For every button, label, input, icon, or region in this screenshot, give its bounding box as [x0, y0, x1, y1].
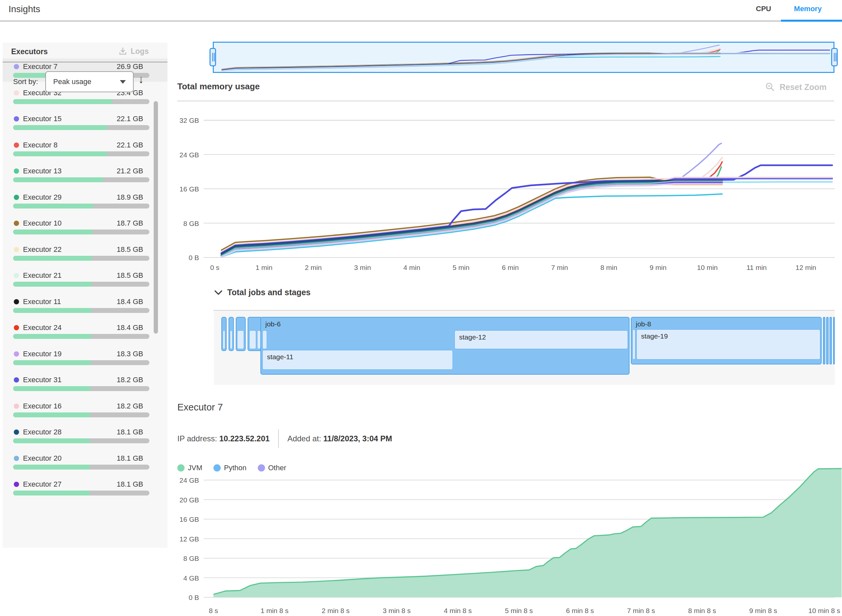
executor-peak-value: 18.4 GB: [117, 323, 143, 332]
executor-usage-bar: [13, 282, 150, 287]
brush-handle-left[interactable]: [210, 48, 216, 66]
gantt-block[interactable]: [249, 330, 256, 349]
executor-color-dot: [14, 325, 19, 330]
memory-section-divider: [177, 100, 834, 101]
executor-usage-fill: [13, 282, 92, 287]
executor-info-row: IP address: 10.223.52.201 Added at: 11/8…: [177, 430, 392, 448]
executor-row[interactable]: Executor 1118.4 GB: [3, 293, 167, 317]
jobs-section-toggle[interactable]: Total jobs and stages: [214, 287, 311, 297]
executor-name: Executor 28: [23, 428, 62, 436]
memory-series-executor-20b: [222, 181, 722, 257]
memory-series-executor-10: [222, 177, 722, 250]
logs-label: Logs: [131, 47, 149, 56]
gantt-block[interactable]: [237, 330, 244, 349]
executors-title: Executors: [11, 47, 48, 56]
executor-color-dot: [14, 377, 19, 383]
brush-mini-chart[interactable]: [214, 43, 833, 72]
svg-text:3 min: 3 min: [354, 264, 371, 271]
zoom-out-icon: [765, 82, 775, 92]
svg-text:10 min: 10 min: [697, 264, 717, 271]
svg-text:8 GB: 8 GB: [183, 554, 199, 562]
tab-memory[interactable]: Memory: [785, 4, 831, 13]
executor-color-dot: [14, 64, 19, 69]
executor-color-dot: [14, 299, 19, 304]
executor-row[interactable]: Executor 1618.2 GB: [3, 398, 167, 421]
total-memory-chart[interactable]: 32 GB24 GB16 GB8 GB0 B0 s1 min2 min3 min…: [0, 105, 842, 276]
svg-text:0 s: 0 s: [210, 264, 219, 271]
svg-text:20 GB: 20 GB: [179, 496, 199, 504]
gantt-block-stage-11[interactable]: stage-11: [263, 350, 453, 370]
executor-peak-value: 18.3 GB: [117, 350, 143, 358]
gantt-block[interactable]: [823, 317, 825, 364]
executor-usage-bar: [13, 99, 150, 104]
executor-row[interactable]: Executor 1918.3 GB: [3, 346, 167, 369]
download-icon: [118, 47, 128, 56]
svg-text:16 GB: 16 GB: [179, 516, 199, 523]
executor-usage-bar: [13, 308, 150, 313]
svg-text:8 s: 8 s: [209, 607, 218, 615]
svg-text:3 min 8 s: 3 min 8 s: [383, 607, 411, 615]
svg-text:4 GB: 4 GB: [183, 574, 199, 582]
sort-by-label: Sort by:: [13, 78, 38, 86]
sort-direction-button[interactable]: ↓: [138, 73, 144, 86]
executor-usage-fill: [13, 308, 92, 313]
svg-text:9 min 8 s: 9 min 8 s: [749, 607, 777, 615]
memory-chart-title: Total memory usage: [177, 81, 260, 92]
page-title: Insights: [9, 4, 40, 15]
executor-name: Executor 16: [23, 402, 62, 411]
reset-zoom-label: Reset Zoom: [780, 82, 827, 92]
ip-label: IP address:: [177, 434, 217, 443]
added-label: Added at:: [288, 434, 321, 443]
jobs-section-title: Total jobs and stages: [227, 287, 311, 297]
svg-text:5 min: 5 min: [453, 264, 469, 271]
executor-name: Executor 11: [23, 298, 61, 306]
executor-name: Executor 24: [23, 323, 62, 332]
tab-cpu[interactable]: CPU: [751, 4, 776, 13]
logs-button[interactable]: Logs: [118, 47, 149, 56]
executor-row[interactable]: Executor 2818.1 GB: [3, 424, 167, 447]
gantt-block[interactable]: [826, 317, 829, 364]
svg-text:6 min: 6 min: [502, 264, 519, 271]
gantt-block[interactable]: [632, 329, 635, 359]
jobs-gantt: job-6stage-12stage-11job-8stage-19: [214, 311, 835, 385]
svg-text:1 min: 1 min: [255, 264, 272, 271]
info-separator: [278, 430, 279, 448]
executor-name: Executor 7: [23, 62, 57, 71]
executor-name: Executor 19: [23, 350, 62, 358]
svg-text:5 min 8 s: 5 min 8 s: [505, 607, 532, 615]
executor-usage-bar: [13, 360, 150, 365]
svg-text:0 B: 0 B: [188, 254, 199, 261]
gantt-block-stage-12[interactable]: stage-12: [455, 330, 628, 349]
executor-usage-fill: [13, 334, 92, 339]
svg-text:16 GB: 16 GB: [179, 185, 199, 193]
gantt-block[interactable]: [830, 317, 832, 364]
gantt-block[interactable]: [263, 330, 267, 349]
executor-row[interactable]: Executor 2418.4 GB: [3, 320, 167, 343]
brush-handle-right[interactable]: [831, 48, 838, 66]
executor-peak-value: 18.2 GB: [117, 402, 143, 411]
gantt-block-stage-19[interactable]: stage-19: [637, 329, 820, 359]
executor-row[interactable]: Executor 3118.2 GB: [3, 372, 167, 395]
svg-text:1 min 8 s: 1 min 8 s: [260, 607, 288, 615]
sort-dropdown[interactable]: Peak usage: [45, 71, 133, 92]
reset-zoom-button[interactable]: Reset Zoom: [765, 82, 827, 92]
ip-value: 10.223.52.201: [219, 434, 270, 443]
svg-text:10 min 8 s: 10 min 8 s: [808, 607, 841, 615]
header-divider: [0, 21, 842, 22]
executor-usage-fill: [13, 439, 90, 443]
gantt-block[interactable]: [833, 317, 835, 364]
executor-peak-value: 18.4 GB: [117, 298, 143, 306]
gantt-block[interactable]: [223, 330, 225, 349]
executor-peak-value: 18.1 GB: [117, 428, 143, 436]
svg-text:8 min: 8 min: [600, 264, 617, 271]
executor-color-dot: [14, 351, 19, 356]
svg-text:4 min: 4 min: [403, 264, 420, 271]
svg-text:7 min 8 s: 7 min 8 s: [627, 607, 655, 615]
sidebar-divider: [3, 62, 167, 62]
svg-text:7 min: 7 min: [551, 264, 568, 271]
executor-memory-chart[interactable]: 24 GB20 GB16 GB12 GB8 GB4 GB0 B8 s1 min …: [0, 460, 842, 616]
executor-usage-fill: [13, 360, 91, 365]
gantt-block[interactable]: [230, 330, 233, 349]
svg-text:2 min: 2 min: [305, 264, 321, 271]
executor-color-dot: [14, 430, 19, 435]
